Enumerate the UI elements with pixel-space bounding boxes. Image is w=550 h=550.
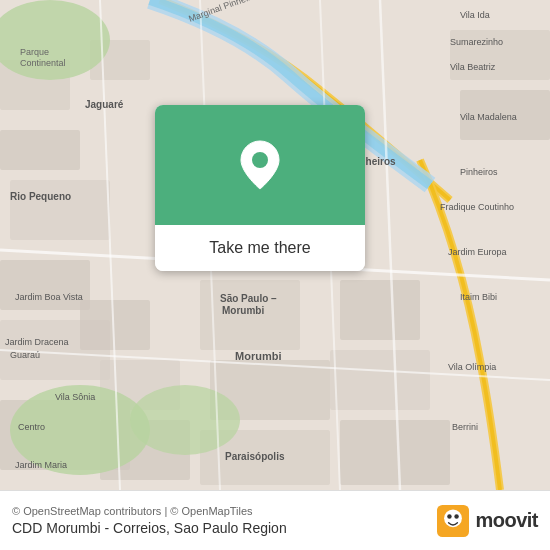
svg-text:Continental: Continental bbox=[20, 58, 66, 68]
svg-text:Vila Ida: Vila Ida bbox=[460, 10, 490, 20]
svg-text:Guaraú: Guaraú bbox=[10, 350, 40, 360]
svg-text:Parque: Parque bbox=[20, 47, 49, 57]
place-name: CDD Morumbi - Correios, Sao Paulo Region bbox=[12, 520, 287, 536]
svg-text:Vila Beatriz: Vila Beatriz bbox=[450, 62, 496, 72]
location-pin-icon bbox=[238, 143, 282, 187]
svg-text:Morumbi: Morumbi bbox=[235, 350, 281, 362]
svg-text:São Paulo –: São Paulo – bbox=[220, 293, 277, 304]
svg-text:Pinheiros: Pinheiros bbox=[460, 167, 498, 177]
svg-rect-8 bbox=[80, 300, 150, 350]
svg-text:Morumbi: Morumbi bbox=[222, 305, 264, 316]
svg-point-21 bbox=[130, 385, 240, 455]
svg-text:Jardim Dracena: Jardim Dracena bbox=[5, 337, 69, 347]
svg-text:Vila Olímpia: Vila Olímpia bbox=[448, 362, 496, 372]
svg-point-60 bbox=[455, 514, 459, 518]
svg-point-56 bbox=[252, 152, 268, 168]
svg-rect-3 bbox=[10, 180, 110, 240]
moovit-mascot-icon bbox=[437, 505, 469, 537]
take-me-there-card: Take me there bbox=[155, 105, 365, 271]
moovit-brand-text: moovit bbox=[475, 509, 538, 532]
svg-text:Berrini: Berrini bbox=[452, 422, 478, 432]
svg-text:Centro: Centro bbox=[18, 422, 45, 432]
svg-text:Rio Pequeno: Rio Pequeno bbox=[10, 191, 71, 202]
svg-text:Fradique Coutinho: Fradique Coutinho bbox=[440, 202, 514, 212]
svg-point-59 bbox=[448, 514, 452, 518]
svg-text:Sumarezinho: Sumarezinho bbox=[450, 37, 503, 47]
map-container: Marginal Pinheiros Parque Continental Ja… bbox=[0, 0, 550, 490]
take-me-there-button[interactable]: Take me there bbox=[155, 225, 365, 271]
svg-rect-14 bbox=[340, 280, 420, 340]
card-map-area bbox=[155, 105, 365, 225]
svg-rect-15 bbox=[330, 350, 430, 410]
map-attribution: © OpenStreetMap contributors | © OpenMap… bbox=[12, 505, 287, 517]
svg-text:Jardim Maria: Jardim Maria bbox=[15, 460, 67, 470]
svg-rect-16 bbox=[340, 420, 450, 485]
svg-text:Jardim Europa: Jardim Europa bbox=[448, 247, 507, 257]
svg-text:Paraisópolis: Paraisópolis bbox=[225, 451, 285, 462]
svg-text:Jaguaré: Jaguaré bbox=[85, 99, 124, 110]
svg-text:Jardim Boa Vista: Jardim Boa Vista bbox=[15, 292, 83, 302]
svg-rect-2 bbox=[0, 130, 80, 170]
bottom-left: © OpenStreetMap contributors | © OpenMap… bbox=[12, 505, 287, 536]
svg-text:Itaim Bibi: Itaim Bibi bbox=[460, 292, 497, 302]
bottom-bar: © OpenStreetMap contributors | © OpenMap… bbox=[0, 490, 550, 550]
svg-text:Vila Sônia: Vila Sônia bbox=[55, 392, 95, 402]
svg-rect-4 bbox=[0, 260, 90, 310]
svg-text:Vila Madalena: Vila Madalena bbox=[460, 112, 517, 122]
moovit-logo: moovit bbox=[437, 505, 538, 537]
